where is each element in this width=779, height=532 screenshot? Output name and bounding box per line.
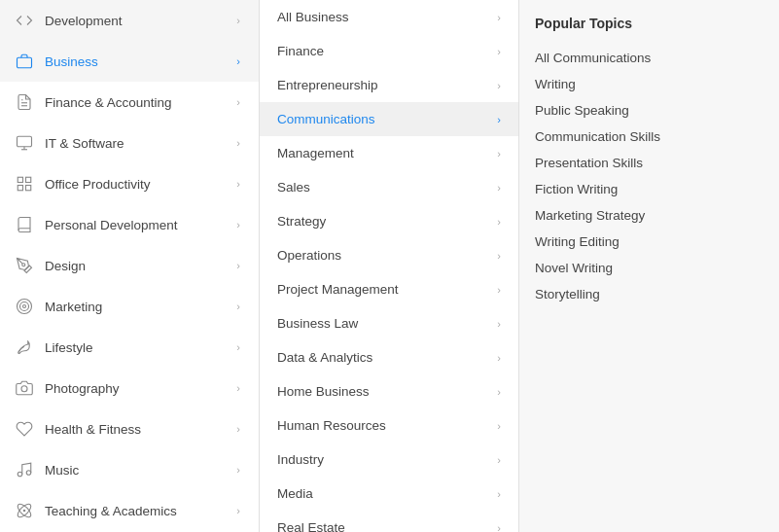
chevron-right-icon: › (231, 95, 245, 109)
sub-item-industry[interactable]: Industry › (260, 443, 518, 477)
chevron-right-icon: › (231, 504, 245, 517)
sub-item-label: Data & Analytics (277, 350, 497, 365)
sub-item-communications[interactable]: Communications › (260, 102, 518, 136)
monitor-icon (14, 132, 35, 154)
svg-rect-0 (18, 57, 32, 68)
popular-topic-link[interactable]: Public Speaking (535, 97, 763, 124)
chevron-right-icon: › (497, 12, 501, 23)
svg-point-17 (26, 471, 31, 476)
sidebar-item-business[interactable]: Business › (0, 41, 259, 82)
popular-topic-link[interactable]: Communication Skills (535, 124, 763, 150)
chevron-right-icon: › (497, 420, 501, 432)
chevron-right-icon: › (231, 259, 245, 272)
chevron-right-icon: › (231, 54, 245, 68)
chevron-right-icon: › (231, 14, 245, 27)
sub-item-finance[interactable]: Finance › (260, 34, 518, 68)
sub-item-operations[interactable]: Operations › (260, 238, 518, 272)
sub-item-label: Operations (277, 248, 497, 263)
sub-item-entrepreneurship[interactable]: Entrepreneurship › (260, 68, 518, 102)
svg-point-18 (23, 510, 25, 512)
sidebar-item-label: Marketing (45, 300, 231, 314)
sub-item-real-estate[interactable]: Real Estate › (260, 511, 518, 532)
sidebar-item-photography[interactable]: Photography › (0, 368, 259, 408)
heart-icon (14, 418, 35, 440)
sidebar-item-music[interactable]: Music › (0, 449, 259, 490)
sidebar-item-marketing[interactable]: Marketing › (0, 286, 259, 327)
popular-topic-link[interactable]: Storytelling (535, 281, 763, 307)
file-text-icon (14, 91, 35, 113)
popular-topic-link[interactable]: All Communications (535, 45, 763, 71)
svg-point-15 (21, 386, 27, 392)
chevron-right-icon: › (231, 381, 245, 395)
camera-icon (14, 377, 35, 399)
popular-topics-title: Popular Topics (535, 16, 763, 31)
chevron-right-icon: › (231, 300, 245, 313)
sidebar-item-label: Finance & Accounting (45, 95, 231, 110)
chevron-right-icon: › (231, 340, 245, 354)
chevron-right-icon: › (497, 182, 501, 194)
sidebar-item-label: Design (45, 259, 231, 273)
sidebar-item-label: Office Productivity (45, 177, 231, 192)
sidebar-item-office-productivity[interactable]: Office Productivity › (0, 163, 259, 204)
svg-point-14 (23, 305, 26, 308)
sub-item-label: Project Management (277, 282, 497, 297)
sub-item-business-law[interactable]: Business Law › (260, 306, 518, 340)
chevron-right-icon: › (497, 80, 501, 91)
popular-topic-link[interactable]: Marketing Strategy (535, 202, 763, 229)
sub-item-label: Strategy (277, 214, 497, 229)
sidebar-item-label: Health & Fitness (45, 422, 231, 437)
sidebar-item-it-software[interactable]: IT & Software › (0, 123, 259, 163)
sub-item-label: Business Law (277, 316, 497, 331)
sub-item-strategy[interactable]: Strategy › (260, 204, 518, 238)
chevron-right-icon: › (497, 386, 501, 398)
sub-item-sales[interactable]: Sales › (260, 170, 518, 204)
svg-rect-4 (18, 136, 32, 147)
svg-rect-7 (18, 177, 22, 182)
popular-topic-link[interactable]: Novel Writing (535, 255, 763, 281)
target-icon (14, 296, 35, 317)
sub-item-label: Finance (277, 44, 497, 58)
sub-item-label: Sales (277, 180, 497, 195)
sub-item-management[interactable]: Management › (260, 136, 518, 170)
sub-item-label: All Business (277, 10, 497, 24)
sidebar-item-design[interactable]: Design › (0, 245, 259, 286)
svg-rect-8 (26, 177, 31, 182)
chevron-right-icon: › (231, 463, 245, 477)
sub-item-label: Management (277, 146, 497, 160)
sub-item-data-analytics[interactable]: Data & Analytics › (260, 340, 518, 374)
pen-tool-icon (14, 255, 35, 276)
chevron-right-icon: › (497, 284, 501, 296)
chevron-right-icon: › (497, 216, 501, 228)
popular-topic-link[interactable]: Writing (535, 71, 763, 97)
chevron-right-icon: › (497, 46, 501, 57)
chevron-right-icon: › (497, 148, 501, 160)
sidebar-item-finance-accounting[interactable]: Finance & Accounting › (0, 82, 259, 123)
sidebar-item-development[interactable]: Development › (0, 0, 259, 41)
popular-topic-link[interactable]: Writing Editing (535, 229, 763, 255)
svg-rect-10 (26, 186, 31, 191)
popular-topic-link[interactable]: Presentation Skills (535, 150, 763, 176)
sidebar-item-personal-development[interactable]: Personal Development › (0, 204, 259, 245)
sub-item-media[interactable]: Media › (260, 477, 518, 511)
sidebar-item-label: Personal Development (45, 218, 231, 232)
sub-item-human-resources[interactable]: Human Resources › (260, 408, 518, 443)
sidebar-item-lifestyle[interactable]: Lifestyle › (0, 327, 259, 368)
sub-item-all-business[interactable]: All Business › (260, 0, 518, 34)
sidebar-item-health-fitness[interactable]: Health & Fitness › (0, 408, 259, 449)
sub-item-label: Media (277, 486, 497, 501)
sub-item-label: Home Business (277, 384, 497, 399)
sub-item-project-management[interactable]: Project Management › (260, 272, 518, 306)
chevron-right-icon: › (497, 454, 501, 466)
sidebar-item-label: Photography (45, 381, 231, 396)
atom-icon (14, 500, 35, 521)
svg-rect-9 (18, 186, 22, 191)
chevron-right-icon: › (497, 250, 501, 262)
sidebar-item-teaching-academics[interactable]: Teaching & Academics › (0, 490, 259, 531)
sub-item-home-business[interactable]: Home Business › (260, 374, 518, 408)
sidebar-item-label: Teaching & Academics (45, 504, 231, 518)
book-icon (14, 214, 35, 235)
popular-topic-link[interactable]: Fiction Writing (535, 176, 763, 202)
sidebar-item-label: IT & Software (45, 136, 231, 151)
sub-item-label: Real Estate (277, 520, 497, 532)
popular-topics-column: Popular Topics All CommunicationsWriting… (519, 0, 779, 532)
